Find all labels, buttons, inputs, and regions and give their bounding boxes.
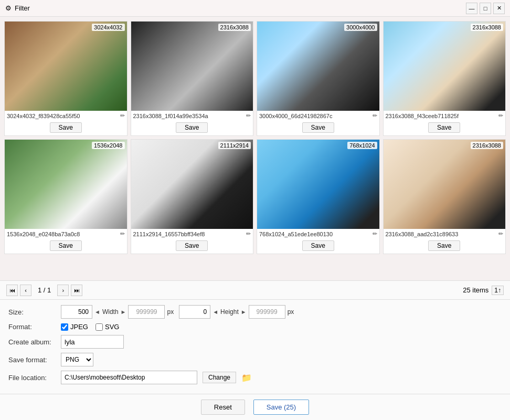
filename-6: 2111x2914_16557bbff34ef8	[133, 231, 245, 237]
album-label: Create album:	[8, 338, 56, 346]
save-format-label: Save format:	[8, 356, 56, 364]
edit-icon-2[interactable]: ✏	[246, 112, 251, 119]
format-filter-row: Format: JPEG SVG	[8, 323, 502, 331]
jpeg-checkbox[interactable]	[61, 323, 68, 331]
minimize-button[interactable]: —	[466, 3, 477, 14]
image-preview-6: 2111x2914	[131, 140, 253, 229]
list-item: 2316x3088 2316x3088_1f014a99e3534a ✏ Sav…	[131, 21, 254, 136]
image-dimensions-8: 2316x3088	[471, 142, 503, 149]
height-min-input[interactable]	[179, 305, 210, 319]
edit-icon-4[interactable]: ✏	[498, 112, 503, 119]
image-preview-5: 1536x2048	[5, 140, 127, 229]
save-button-6[interactable]: Save	[176, 240, 208, 251]
filename-4: 2316x3088_f43ceeb711825f	[386, 113, 497, 119]
page-controls: ⏮ ‹ 1 / 1 › ⏭	[6, 285, 82, 296]
next-page-button[interactable]: ›	[57, 285, 69, 296]
save-button-5[interactable]: Save	[50, 240, 82, 251]
last-page-button[interactable]: ⏭	[71, 285, 82, 296]
height-group: ◄ Height ► px	[179, 305, 294, 319]
svg-checkbox[interactable]	[95, 323, 103, 331]
items-info: 25 items 1↑	[463, 286, 504, 295]
title-bar: ⚙ Filter — □ ✕	[0, 0, 510, 17]
file-location-label: File location:	[8, 374, 56, 382]
save-format-row: Save format: PNG JPEG BMP TIFF	[8, 353, 502, 366]
save-button-7[interactable]: Save	[302, 240, 334, 251]
save-button-2[interactable]: Save	[176, 122, 208, 133]
edit-icon-1[interactable]: ✏	[120, 112, 125, 119]
window-title: Filter	[15, 4, 30, 12]
image-dimensions-5: 1536x2048	[92, 142, 124, 149]
width-min-input[interactable]	[61, 305, 92, 319]
jpeg-checkbox-label[interactable]: JPEG	[61, 323, 88, 331]
filter-icon: ⚙	[5, 4, 12, 12]
filename-3: 3000x4000_66d241982867c	[259, 113, 370, 119]
format-label: Format:	[8, 323, 56, 331]
pagination-bar: ⏮ ‹ 1 / 1 › ⏭ 25 items 1↑	[0, 280, 510, 299]
save-all-button[interactable]: Save (25)	[253, 400, 309, 415]
width-arrow-right: ►	[121, 309, 126, 315]
width-group: ◄ Width ► px	[61, 305, 174, 319]
height-label: Height	[220, 308, 239, 316]
album-input[interactable]	[61, 335, 124, 349]
image-preview-1: 3024x4032	[5, 22, 127, 111]
folder-icon[interactable]: 📁	[241, 373, 252, 383]
items-per-page-button[interactable]: 1↑	[492, 286, 504, 295]
format-checkbox-group: JPEG SVG	[61, 323, 119, 331]
width-arrow-left: ◄	[94, 309, 100, 315]
album-row: Create album:	[8, 335, 502, 349]
change-button[interactable]: Change	[203, 372, 236, 383]
file-location-input[interactable]	[61, 371, 197, 384]
first-page-button[interactable]: ⏮	[6, 285, 18, 296]
file-location-row: File location: Change 📁	[8, 371, 502, 384]
edit-icon-5[interactable]: ✏	[120, 230, 125, 237]
list-item: 2316x3088 2316x3088_f43ceeb711825f ✏ Sav…	[383, 21, 506, 136]
gallery-row-1: 3024x4032 3024x4032_f839428ca55f50 ✏ Sav…	[4, 21, 506, 136]
filename-8: 2316x3088_aad2c31c89633	[386, 231, 497, 237]
page-info: 1 / 1	[34, 286, 55, 294]
image-dimensions-7: 768x1024	[347, 142, 377, 149]
image-dimensions-1: 3024x4032	[92, 24, 124, 31]
list-item: 2316x3088 2316x3088_aad2c31c89633 ✏ Save	[383, 139, 506, 254]
list-item: 768x1024 768x1024_a51ede1ee80130 ✏ Save	[257, 139, 380, 254]
gallery-area: 3024x4032 3024x4032_f839428ca55f50 ✏ Sav…	[0, 17, 510, 280]
save-button-1[interactable]: Save	[50, 122, 82, 133]
image-preview-4: 2316x3088	[384, 22, 506, 111]
size-filter-row: Size: ◄ Width ► px ◄ Height ► px	[8, 305, 502, 319]
list-item: 3000x4000 3000x4000_66d241982867c ✏ Save	[257, 21, 380, 136]
edit-icon-8[interactable]: ✏	[498, 230, 503, 237]
close-button[interactable]: ✕	[493, 3, 505, 14]
gallery-row-2: 1536x2048 1536x2048_e0248ba73a0c8 ✏ Save…	[4, 139, 506, 254]
width-label: Width	[102, 308, 119, 316]
prev-page-button[interactable]: ‹	[20, 285, 31, 296]
filename-2: 2316x3088_1f014a99e3534a	[133, 113, 245, 119]
save-button-3[interactable]: Save	[302, 122, 334, 133]
height-arrow-right: ►	[241, 309, 247, 315]
filename-1: 3024x4032_f839428ca55f50	[7, 113, 118, 119]
filter-area: Size: ◄ Width ► px ◄ Height ► px Format:	[0, 299, 510, 394]
list-item: 2111x2914 2111x2914_16557bbff34ef8 ✏ Sav…	[131, 139, 254, 254]
list-item: 3024x4032 3024x4032_f839428ca55f50 ✏ Sav…	[4, 21, 128, 136]
jpeg-label: JPEG	[70, 323, 88, 331]
save-button-4[interactable]: Save	[428, 122, 460, 133]
svg-checkbox-label[interactable]: SVG	[95, 323, 119, 331]
svg-label: SVG	[105, 323, 119, 331]
filename-5: 1536x2048_e0248ba73a0c8	[7, 231, 118, 237]
image-dimensions-6: 2111x2914	[218, 142, 251, 149]
width-max-input[interactable]	[128, 305, 165, 319]
edit-icon-7[interactable]: ✏	[373, 230, 377, 237]
height-unit: px	[288, 308, 294, 316]
height-arrow-left: ◄	[212, 309, 218, 315]
image-preview-3: 3000x4000	[257, 22, 379, 111]
height-max-input[interactable]	[249, 305, 285, 319]
edit-icon-3[interactable]: ✏	[373, 112, 377, 119]
width-unit: px	[167, 308, 174, 316]
edit-icon-6[interactable]: ✏	[246, 230, 251, 237]
reset-button[interactable]: Reset	[201, 400, 245, 415]
image-dimensions-4: 2316x3088	[471, 24, 503, 31]
items-count: 25 items	[463, 286, 488, 294]
maximize-button[interactable]: □	[480, 3, 491, 14]
save-button-8[interactable]: Save	[428, 240, 460, 251]
size-label: Size:	[8, 308, 56, 316]
list-item: 1536x2048 1536x2048_e0248ba73a0c8 ✏ Save	[4, 139, 128, 254]
save-format-select[interactable]: PNG JPEG BMP TIFF	[61, 353, 93, 366]
